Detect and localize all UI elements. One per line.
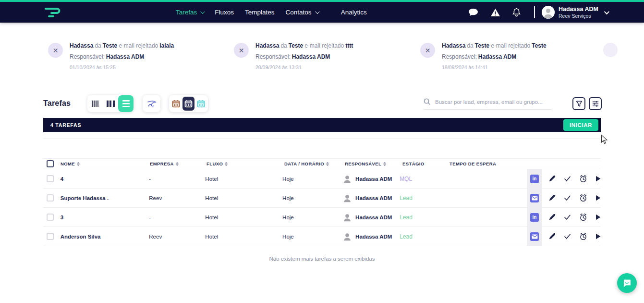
row-actions: in [527,208,601,227]
linkedin-icon[interactable]: in [530,213,539,222]
email-icon[interactable] [530,232,539,241]
calendar-past-button[interactable] [170,97,182,111]
section-divider [43,138,601,139]
user-menu[interactable]: Hadassa ADM Reev Serviços [542,2,608,23]
play-icon[interactable] [595,176,601,182]
chat-widget-button[interactable] [617,273,637,293]
funnel-icon [576,101,583,107]
search-input[interactable] [435,99,551,105]
nav-item-contatos[interactable]: Contatos [286,9,318,16]
nav-item-templates[interactable]: Templates [245,9,275,16]
notification-body: HadassadaTestee-mail rejeitadolalala Res… [70,38,175,70]
close-icon[interactable]: ✕ [48,43,63,58]
calendar-icon [172,100,180,108]
edit-icon[interactable] [548,194,556,202]
bell-icon[interactable] [512,8,521,17]
search-bar [424,98,551,110]
check-icon[interactable] [564,214,571,220]
notification-message: HadassadaTestee-mail rejeitadoTeste [442,42,548,49]
row-checkbox[interactable] [47,233,54,240]
column-header-fluxo[interactable]: FLUXO [207,161,284,166]
nav-item-analytics[interactable]: Analytics [341,9,367,16]
task-date: Hoje [282,195,342,201]
task-flow: Hotel [205,234,282,240]
column-header-nome[interactable]: NOME [61,161,150,166]
nav-item-fluxos[interactable]: Fluxos [215,9,234,16]
row-checkbox[interactable] [47,194,54,202]
task-count-label: 4 TAREFAS [50,122,81,128]
empty-message: Não existem mais tarefas a serem exibida… [0,256,644,262]
chat-icon[interactable] [468,8,478,16]
row-checkbox[interactable] [47,214,54,221]
column-header-empresa[interactable]: EMPRESA [150,161,207,166]
person-icon [342,174,352,184]
row-actions: in [527,227,601,246]
channel-cell: in [527,208,542,227]
view-columns-3-button[interactable] [103,95,118,112]
task-responsible: Hadassa ADM [342,174,400,184]
check-icon[interactable] [564,233,571,240]
row-checkbox[interactable] [47,175,54,182]
task-name[interactable]: 4 [61,176,149,182]
view-columns-4-button[interactable] [87,95,103,112]
task-stage[interactable]: Lead [400,233,446,240]
snooze-icon[interactable] [579,175,587,183]
user-name: Hadassa ADM [559,6,598,13]
tasks-table: NOME EMPRESA FLUXO DATA / HORÁRIO RESPON… [43,158,601,246]
table-row: Anderson Silva Reev Hotel Hoje Hadassa A… [43,227,601,246]
start-button[interactable]: INICIAR [563,119,598,131]
warning-icon[interactable] [490,8,500,17]
nav-item-label: Fluxos [215,9,234,16]
reev-logo-icon[interactable] [44,6,61,21]
table-row: 4 - Hotel Hoje Hadassa ADM MQL in [43,169,601,189]
calendar-future-button[interactable] [194,97,207,111]
snooze-icon[interactable] [579,194,587,202]
task-name[interactable]: Suporte Hadassa . [61,195,149,201]
close-icon[interactable]: ✕ [234,43,249,58]
check-icon[interactable] [564,195,571,201]
nav-links: Tarefas Fluxos Templates Contatos Analyt… [176,2,367,23]
advanced-filters-button[interactable] [589,97,602,110]
task-stage[interactable]: MQL [400,176,446,182]
task-name[interactable]: 3 [61,215,149,220]
select-all-checkbox[interactable] [47,160,54,167]
avatar [542,6,555,19]
check-icon[interactable] [564,176,571,182]
spam-check-button[interactable] [143,95,160,112]
linkedin-icon[interactable]: in [530,175,539,183]
view-list-button[interactable] [118,95,134,112]
play-icon[interactable] [595,195,601,201]
swoosh-icon [147,100,157,108]
columns-icon [92,101,98,107]
edit-icon[interactable] [548,175,556,182]
nav-item-tarefas[interactable]: Tarefas [176,9,204,16]
task-stage[interactable]: Lead [400,195,446,202]
column-header-data-horario[interactable]: DATA / HORÁRIO [284,161,345,166]
close-icon[interactable]: ✕ [420,43,435,58]
navbar-divider [534,6,535,18]
task-count-bar: 4 TAREFAS INICIAR [43,118,601,132]
filter-button[interactable] [572,97,585,110]
column-header-responsavel[interactable]: RESPONSÁVEL [345,161,402,166]
task-name[interactable]: Anderson Silva [61,234,149,240]
sort-icon [77,162,80,166]
user-texts: Hadassa ADM Reev Serviços [559,6,598,18]
snooze-icon[interactable] [579,232,587,240]
notification-datetime: 20/09/2024 às 13:31 [255,64,354,70]
task-company: - [149,176,205,182]
edit-icon[interactable] [548,214,556,221]
play-icon[interactable] [595,214,601,220]
email-icon[interactable] [530,194,539,202]
edit-icon[interactable] [548,233,556,240]
play-icon[interactable] [595,233,601,240]
task-stage[interactable]: Lead [400,214,446,221]
task-date: Hoje [282,215,342,220]
calendar-today-button[interactable] [182,97,195,111]
channel-cell: in [527,189,542,207]
user-org: Reev Serviços [559,13,598,19]
navbar-icons [468,2,521,23]
snooze-icon[interactable] [579,213,587,221]
task-company: Reev [149,234,205,240]
notifications-next-button[interactable] [603,43,618,57]
notification-card: ✕ HadassadaTestee-mail rejeitadoTeste Re… [420,38,599,70]
